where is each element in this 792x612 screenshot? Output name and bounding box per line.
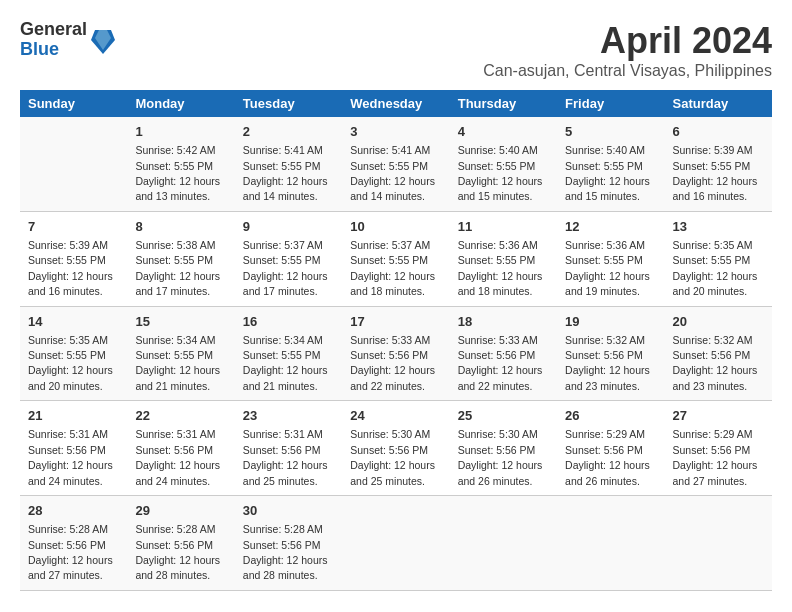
sunrise-text: Sunrise: 5:41 AMSunset: 5:55 PMDaylight:…	[243, 144, 328, 202]
header-day-thursday: Thursday	[450, 90, 557, 117]
sunrise-text: Sunrise: 5:35 AMSunset: 5:55 PMDaylight:…	[673, 239, 758, 297]
calendar-cell: 23Sunrise: 5:31 AMSunset: 5:56 PMDayligh…	[235, 401, 342, 496]
day-number: 25	[458, 407, 549, 425]
calendar-cell: 15Sunrise: 5:34 AMSunset: 5:55 PMDayligh…	[127, 306, 234, 401]
calendar-cell: 8Sunrise: 5:38 AMSunset: 5:55 PMDaylight…	[127, 211, 234, 306]
sunrise-text: Sunrise: 5:28 AMSunset: 5:56 PMDaylight:…	[243, 523, 328, 581]
calendar-cell: 17Sunrise: 5:33 AMSunset: 5:56 PMDayligh…	[342, 306, 449, 401]
sunrise-text: Sunrise: 5:31 AMSunset: 5:56 PMDaylight:…	[135, 428, 220, 486]
day-number: 28	[28, 502, 119, 520]
day-number: 9	[243, 218, 334, 236]
logo-icon	[91, 26, 115, 54]
sunrise-text: Sunrise: 5:32 AMSunset: 5:56 PMDaylight:…	[673, 334, 758, 392]
calendar-cell: 12Sunrise: 5:36 AMSunset: 5:55 PMDayligh…	[557, 211, 664, 306]
day-number: 6	[673, 123, 764, 141]
logo-blue: Blue	[20, 40, 87, 60]
calendar-cell: 7Sunrise: 5:39 AMSunset: 5:55 PMDaylight…	[20, 211, 127, 306]
day-number: 1	[135, 123, 226, 141]
calendar-cell: 28Sunrise: 5:28 AMSunset: 5:56 PMDayligh…	[20, 496, 127, 591]
day-number: 5	[565, 123, 656, 141]
calendar-cell: 16Sunrise: 5:34 AMSunset: 5:55 PMDayligh…	[235, 306, 342, 401]
day-number: 12	[565, 218, 656, 236]
sunrise-text: Sunrise: 5:30 AMSunset: 5:56 PMDaylight:…	[350, 428, 435, 486]
sunrise-text: Sunrise: 5:35 AMSunset: 5:55 PMDaylight:…	[28, 334, 113, 392]
week-row-1: 1Sunrise: 5:42 AMSunset: 5:55 PMDaylight…	[20, 117, 772, 211]
logo: General Blue	[20, 20, 115, 60]
day-number: 24	[350, 407, 441, 425]
day-number: 30	[243, 502, 334, 520]
calendar-cell: 3Sunrise: 5:41 AMSunset: 5:55 PMDaylight…	[342, 117, 449, 211]
day-number: 23	[243, 407, 334, 425]
calendar-cell: 1Sunrise: 5:42 AMSunset: 5:55 PMDaylight…	[127, 117, 234, 211]
sunrise-text: Sunrise: 5:36 AMSunset: 5:55 PMDaylight:…	[565, 239, 650, 297]
logo-text: General Blue	[20, 20, 87, 60]
sunrise-text: Sunrise: 5:37 AMSunset: 5:55 PMDaylight:…	[243, 239, 328, 297]
header-day-saturday: Saturday	[665, 90, 772, 117]
sunrise-text: Sunrise: 5:38 AMSunset: 5:55 PMDaylight:…	[135, 239, 220, 297]
day-number: 29	[135, 502, 226, 520]
sunrise-text: Sunrise: 5:36 AMSunset: 5:55 PMDaylight:…	[458, 239, 543, 297]
day-number: 13	[673, 218, 764, 236]
week-row-3: 14Sunrise: 5:35 AMSunset: 5:55 PMDayligh…	[20, 306, 772, 401]
day-number: 26	[565, 407, 656, 425]
calendar-cell: 4Sunrise: 5:40 AMSunset: 5:55 PMDaylight…	[450, 117, 557, 211]
sunrise-text: Sunrise: 5:41 AMSunset: 5:55 PMDaylight:…	[350, 144, 435, 202]
day-number: 8	[135, 218, 226, 236]
calendar-cell	[342, 496, 449, 591]
week-row-5: 28Sunrise: 5:28 AMSunset: 5:56 PMDayligh…	[20, 496, 772, 591]
day-number: 14	[28, 313, 119, 331]
sunrise-text: Sunrise: 5:31 AMSunset: 5:56 PMDaylight:…	[28, 428, 113, 486]
sunrise-text: Sunrise: 5:34 AMSunset: 5:55 PMDaylight:…	[135, 334, 220, 392]
calendar-cell: 21Sunrise: 5:31 AMSunset: 5:56 PMDayligh…	[20, 401, 127, 496]
sunrise-text: Sunrise: 5:29 AMSunset: 5:56 PMDaylight:…	[565, 428, 650, 486]
calendar-cell: 25Sunrise: 5:30 AMSunset: 5:56 PMDayligh…	[450, 401, 557, 496]
header-day-friday: Friday	[557, 90, 664, 117]
day-number: 19	[565, 313, 656, 331]
sunrise-text: Sunrise: 5:40 AMSunset: 5:55 PMDaylight:…	[458, 144, 543, 202]
day-number: 4	[458, 123, 549, 141]
sunrise-text: Sunrise: 5:39 AMSunset: 5:55 PMDaylight:…	[673, 144, 758, 202]
header-day-tuesday: Tuesday	[235, 90, 342, 117]
day-number: 10	[350, 218, 441, 236]
calendar-table: SundayMondayTuesdayWednesdayThursdayFrid…	[20, 90, 772, 591]
location-title: Can-asujan, Central Visayas, Philippines	[483, 62, 772, 80]
day-number: 16	[243, 313, 334, 331]
calendar-cell: 9Sunrise: 5:37 AMSunset: 5:55 PMDaylight…	[235, 211, 342, 306]
sunrise-text: Sunrise: 5:28 AMSunset: 5:56 PMDaylight:…	[135, 523, 220, 581]
calendar-cell: 13Sunrise: 5:35 AMSunset: 5:55 PMDayligh…	[665, 211, 772, 306]
calendar-cell: 29Sunrise: 5:28 AMSunset: 5:56 PMDayligh…	[127, 496, 234, 591]
calendar-cell: 18Sunrise: 5:33 AMSunset: 5:56 PMDayligh…	[450, 306, 557, 401]
week-row-2: 7Sunrise: 5:39 AMSunset: 5:55 PMDaylight…	[20, 211, 772, 306]
sunrise-text: Sunrise: 5:42 AMSunset: 5:55 PMDaylight:…	[135, 144, 220, 202]
day-number: 27	[673, 407, 764, 425]
day-number: 22	[135, 407, 226, 425]
month-title: April 2024	[483, 20, 772, 62]
header-day-wednesday: Wednesday	[342, 90, 449, 117]
calendar-cell: 5Sunrise: 5:40 AMSunset: 5:55 PMDaylight…	[557, 117, 664, 211]
calendar-cell: 2Sunrise: 5:41 AMSunset: 5:55 PMDaylight…	[235, 117, 342, 211]
calendar-cell: 14Sunrise: 5:35 AMSunset: 5:55 PMDayligh…	[20, 306, 127, 401]
sunrise-text: Sunrise: 5:37 AMSunset: 5:55 PMDaylight:…	[350, 239, 435, 297]
day-number: 21	[28, 407, 119, 425]
header-day-monday: Monday	[127, 90, 234, 117]
calendar-cell: 27Sunrise: 5:29 AMSunset: 5:56 PMDayligh…	[665, 401, 772, 496]
calendar-cell: 6Sunrise: 5:39 AMSunset: 5:55 PMDaylight…	[665, 117, 772, 211]
header: General Blue April 2024 Can-asujan, Cent…	[20, 20, 772, 80]
sunrise-text: Sunrise: 5:32 AMSunset: 5:56 PMDaylight:…	[565, 334, 650, 392]
sunrise-text: Sunrise: 5:30 AMSunset: 5:56 PMDaylight:…	[458, 428, 543, 486]
day-number: 7	[28, 218, 119, 236]
calendar-cell: 30Sunrise: 5:28 AMSunset: 5:56 PMDayligh…	[235, 496, 342, 591]
calendar-cell: 24Sunrise: 5:30 AMSunset: 5:56 PMDayligh…	[342, 401, 449, 496]
sunrise-text: Sunrise: 5:29 AMSunset: 5:56 PMDaylight:…	[673, 428, 758, 486]
day-number: 11	[458, 218, 549, 236]
day-number: 17	[350, 313, 441, 331]
calendar-cell	[20, 117, 127, 211]
calendar-cell: 10Sunrise: 5:37 AMSunset: 5:55 PMDayligh…	[342, 211, 449, 306]
header-row: SundayMondayTuesdayWednesdayThursdayFrid…	[20, 90, 772, 117]
sunrise-text: Sunrise: 5:33 AMSunset: 5:56 PMDaylight:…	[458, 334, 543, 392]
week-row-4: 21Sunrise: 5:31 AMSunset: 5:56 PMDayligh…	[20, 401, 772, 496]
calendar-cell	[557, 496, 664, 591]
calendar-cell: 20Sunrise: 5:32 AMSunset: 5:56 PMDayligh…	[665, 306, 772, 401]
title-area: April 2024 Can-asujan, Central Visayas, …	[483, 20, 772, 80]
sunrise-text: Sunrise: 5:34 AMSunset: 5:55 PMDaylight:…	[243, 334, 328, 392]
